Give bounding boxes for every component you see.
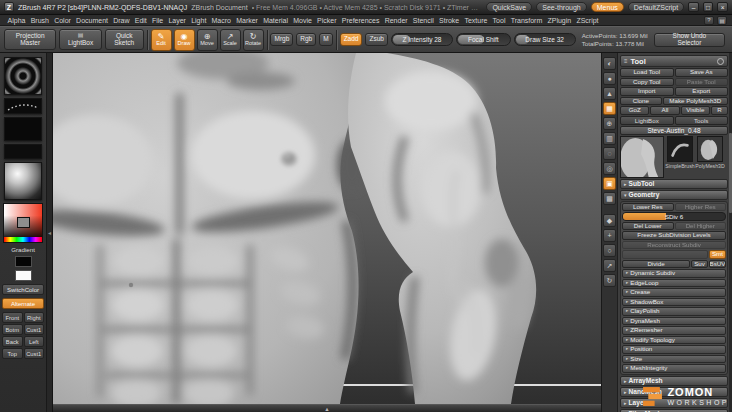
subtool-section-header[interactable]: SubTool: [620, 179, 728, 189]
floor-grid-icon[interactable]: ▦: [603, 102, 616, 115]
scale-mode-button[interactable]: ↗ Scale: [220, 29, 241, 51]
draw-size-slider[interactable]: Draw Size 32: [514, 33, 576, 46]
menu-item[interactable]: ZPlugin: [545, 17, 574, 24]
current-tool-name[interactable]: Steve-Austin_0.48: [620, 126, 728, 135]
del-higher-button[interactable]: Del Higher: [675, 222, 727, 231]
goz-r-button[interactable]: R: [711, 106, 728, 115]
palette-pin-icon[interactable]: [717, 58, 724, 65]
polyframe-icon[interactable]: ▩: [603, 192, 616, 205]
rgb-button[interactable]: Rgb: [296, 33, 316, 46]
local-symmetry-icon[interactable]: ⊕: [603, 117, 616, 130]
move-mode-button[interactable]: ⊕ Move: [197, 29, 218, 51]
bpr-render-icon[interactable]: ◐: [603, 57, 616, 70]
save-as-button[interactable]: Save As: [675, 68, 729, 77]
menu-item[interactable]: Transform: [508, 17, 545, 24]
palette-section-header[interactable]: ArrayMesh: [620, 376, 728, 386]
menu-item[interactable]: Color: [52, 17, 74, 24]
show-undo-selector-button[interactable]: Show Undo Selector: [654, 33, 725, 47]
copy-tool-button[interactable]: Copy Tool: [620, 78, 674, 87]
subpalette-header[interactable]: DynaMesh: [622, 317, 726, 326]
subpalette-header[interactable]: ShadowBox: [622, 298, 726, 307]
view-button[interactable]: Front: [2, 312, 23, 323]
current-stroke-thumbnail[interactable]: [4, 98, 42, 114]
render-preview-icon[interactable]: ●: [603, 72, 616, 85]
solo-icon[interactable]: ◎: [603, 162, 616, 175]
view-button[interactable]: Right: [24, 312, 45, 323]
color-picker[interactable]: [3, 203, 43, 243]
subpalette-header[interactable]: Modify Topology: [622, 336, 726, 345]
draw-mode-button[interactable]: ◉ Draw: [174, 29, 195, 51]
recent-tool-simplebrush[interactable]: [667, 136, 693, 162]
secondary-color-swatch[interactable]: [15, 256, 32, 267]
silhouette-icon[interactable]: ◆: [603, 214, 616, 227]
focal-shift-slider[interactable]: Focal Shift: [456, 33, 510, 46]
bsuv-toggle[interactable]: BsUV: [709, 260, 726, 269]
menus-toggle[interactable]: Menus: [591, 2, 624, 12]
view-button[interactable]: Left: [24, 336, 45, 347]
lightbox-path-target[interactable]: Tools: [675, 116, 729, 125]
switch-color-button[interactable]: SwitchColor: [2, 284, 44, 295]
export-button[interactable]: Export: [675, 87, 729, 96]
lower-res-button[interactable]: Lower Res: [622, 203, 674, 212]
load-tool-button[interactable]: Load Tool: [620, 68, 674, 77]
subpalette-header[interactable]: MeshIntegrity: [622, 364, 726, 373]
default-zscript-button[interactable]: DefaultZScript: [628, 2, 684, 12]
menu-item[interactable]: Document: [74, 17, 111, 24]
menu-item[interactable]: Preferences: [339, 17, 382, 24]
ghost-icon[interactable]: ◌: [603, 147, 616, 160]
menu-item[interactable]: Stencil: [410, 17, 436, 24]
paste-tool-button[interactable]: Paste Tool: [675, 78, 729, 87]
smt-toggle[interactable]: Smt: [709, 250, 726, 259]
view-button[interactable]: Cust1: [24, 324, 45, 335]
goz-visible-button[interactable]: Visible: [681, 106, 710, 115]
help-icon[interactable]: ?: [704, 16, 714, 25]
quicksave-button[interactable]: QuickSave: [486, 2, 532, 12]
menu-item[interactable]: Brush: [28, 17, 51, 24]
tool-palette-header[interactable]: ≡ Tool: [620, 55, 728, 67]
geometry-section-header[interactable]: Geometry: [620, 190, 728, 200]
del-lower-button[interactable]: Del Lower: [622, 222, 674, 231]
make-polymesh3d-button[interactable]: Make PolyMesh3D: [663, 97, 728, 106]
zsub-button[interactable]: Zsub: [365, 33, 387, 46]
menu-item[interactable]: ZScript: [574, 17, 601, 24]
suv-toggle[interactable]: Suv: [691, 260, 708, 269]
higher-res-button[interactable]: Higher Res: [675, 203, 727, 212]
perspective-icon[interactable]: ▲: [603, 87, 616, 100]
view-button[interactable]: Botm: [2, 324, 23, 335]
freeze-subdivision-button[interactable]: Freeze SubDivision Levels: [622, 231, 726, 240]
menu-item[interactable]: Texture: [462, 17, 490, 24]
goz-all-button[interactable]: All: [650, 106, 679, 115]
recent-tool-polymesh3d[interactable]: [697, 136, 723, 162]
see-through-slider[interactable]: See-through: [536, 2, 587, 12]
hue-strip[interactable]: [4, 237, 42, 242]
view-button[interactable]: Cust1: [24, 348, 45, 359]
menu-item[interactable]: Marker: [234, 17, 261, 24]
divide-button[interactable]: Divide: [622, 260, 690, 269]
maximize-button[interactable]: □: [703, 2, 714, 12]
alternate-button[interactable]: Alternate: [2, 298, 44, 309]
minimize-button[interactable]: –: [688, 2, 699, 12]
frame-icon[interactable]: ▣: [603, 177, 616, 190]
lightbox-button[interactable]: ▤ LightBox: [59, 29, 102, 50]
menu-item[interactable]: Light: [189, 17, 209, 24]
menu-item[interactable]: Edit: [132, 17, 149, 24]
menu-item[interactable]: Render: [382, 17, 410, 24]
document-canvas[interactable]: [53, 53, 601, 404]
mrgb-button[interactable]: Mrgb: [270, 33, 293, 46]
palette-section-header[interactable]: FiberMesh: [620, 409, 728, 412]
bottom-tray-divider[interactable]: ▲: [53, 404, 601, 412]
quick-sketch-button[interactable]: Quick Sketch: [105, 29, 144, 50]
current-brush-thumbnail[interactable]: [4, 57, 42, 95]
reconstruct-subdiv-button[interactable]: Reconstruct Subdiv: [622, 241, 726, 250]
z-intensity-slider[interactable]: Z Intensity 28: [391, 33, 453, 46]
projection-master-button[interactable]: Projection Master: [4, 29, 56, 50]
subpalette-header[interactable]: ClayPolish: [622, 307, 726, 316]
current-texture-thumbnail[interactable]: [4, 144, 42, 159]
rotate-view-icon[interactable]: ↻: [603, 274, 616, 287]
zoom-doc-icon[interactable]: ○: [603, 244, 616, 257]
view-button[interactable]: Top: [2, 348, 23, 359]
scale-doc-icon[interactable]: ↗: [603, 259, 616, 272]
menu-item[interactable]: Material: [261, 17, 291, 24]
transparency-icon[interactable]: ▥: [603, 132, 616, 145]
primary-color-swatch[interactable]: [15, 270, 32, 281]
